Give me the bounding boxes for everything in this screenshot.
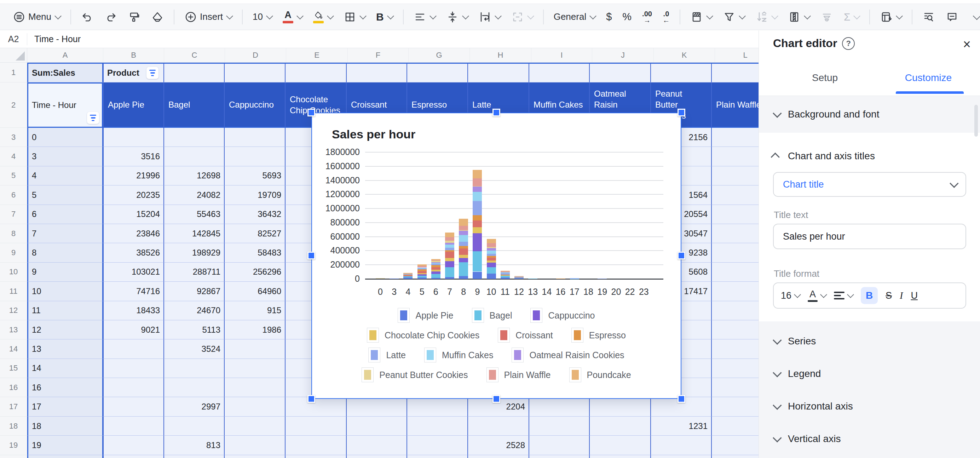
- cell-L3[interactable]: [711, 128, 759, 147]
- row-header-8[interactable]: 8: [0, 224, 27, 243]
- chart-resize-handle[interactable]: [307, 109, 315, 116]
- cell-A1[interactable]: Sum:Sales: [27, 63, 103, 83]
- redo-button[interactable]: [101, 8, 121, 26]
- title-font-size-selector[interactable]: 16: [781, 290, 800, 301]
- section-series[interactable]: Series: [759, 327, 980, 355]
- cell-L18[interactable]: [711, 417, 759, 436]
- borders-button[interactable]: [340, 8, 369, 26]
- cell-C16[interactable]: [164, 378, 224, 397]
- cell-C7[interactable]: 55463: [164, 205, 224, 224]
- section-vertical-axis[interactable]: Vertical axis: [759, 425, 980, 453]
- row-header-13[interactable]: 13: [0, 320, 27, 340]
- cell-L20[interactable]: [711, 455, 759, 458]
- cell-C12[interactable]: 24670: [164, 301, 224, 320]
- row-header-14[interactable]: 14: [0, 340, 27, 359]
- font-size-selector[interactable]: 10: [249, 8, 275, 25]
- cell-B5[interactable]: 21996: [103, 166, 164, 185]
- cell-B19[interactable]: [103, 436, 164, 455]
- cell-A20[interactable]: [27, 455, 103, 458]
- column-header-D[interactable]: D: [225, 48, 286, 62]
- cell-E1[interactable]: [285, 63, 346, 83]
- cell-C15[interactable]: [164, 359, 224, 378]
- column-header-H[interactable]: H: [470, 48, 531, 62]
- cell-D8[interactable]: 82527: [224, 224, 285, 243]
- cell-I20[interactable]: [528, 455, 589, 458]
- cell-L4[interactable]: [711, 147, 759, 166]
- close-icon[interactable]: ×: [963, 38, 971, 51]
- cell-D7[interactable]: 36432: [224, 205, 285, 224]
- text-color-button[interactable]: A: [279, 8, 306, 26]
- cell-C1[interactable]: [164, 63, 224, 83]
- tab-customize[interactable]: Customize: [905, 72, 952, 83]
- cell-G19[interactable]: [407, 436, 467, 455]
- row-header-6[interactable]: 6: [0, 185, 27, 204]
- cell-F19[interactable]: [346, 436, 407, 455]
- cell-K19[interactable]: [650, 436, 711, 455]
- cell-J20[interactable]: [589, 455, 650, 458]
- cell-A18[interactable]: 18: [27, 417, 103, 436]
- row-header-17[interactable]: 17: [0, 397, 27, 416]
- cell-E20[interactable]: [285, 455, 346, 458]
- find-replace-button[interactable]: [919, 8, 939, 26]
- increase-decimal-button[interactable]: .00→: [639, 8, 655, 26]
- cell-C19[interactable]: 813: [164, 436, 224, 455]
- cell-D13[interactable]: 1986: [224, 320, 285, 340]
- cell-A6[interactable]: 5: [27, 185, 103, 204]
- row-header-2[interactable]: 2: [0, 83, 27, 128]
- cell-D12[interactable]: 915: [224, 301, 285, 320]
- cell-C20[interactable]: [164, 455, 224, 458]
- row-header-19[interactable]: 19: [0, 436, 27, 455]
- cell-A7[interactable]: 6: [27, 205, 103, 224]
- cell-D18[interactable]: [224, 417, 285, 436]
- row-header-10[interactable]: 10: [0, 263, 27, 282]
- cell-C4[interactable]: [164, 147, 224, 166]
- formula-input[interactable]: Time - Hour: [27, 34, 81, 44]
- cell-B10[interactable]: 103021: [103, 263, 164, 282]
- cell-L6[interactable]: [711, 185, 759, 204]
- filter-icon[interactable]: [146, 67, 159, 79]
- cell-A3[interactable]: 0: [27, 128, 103, 147]
- cell-B6[interactable]: 20235: [103, 185, 164, 204]
- cell-D3[interactable]: [224, 128, 285, 147]
- text-wrap-button[interactable]: [475, 8, 504, 26]
- cell-L14[interactable]: [711, 340, 759, 359]
- row-header-1[interactable]: 1: [0, 63, 27, 83]
- cell-C14[interactable]: 3524: [164, 340, 224, 359]
- cell-L5[interactable]: [711, 166, 759, 185]
- cell-B2[interactable]: Apple Pie: [103, 83, 164, 128]
- horizontal-align-button[interactable]: [410, 8, 439, 26]
- row-header-11[interactable]: 11: [0, 282, 27, 301]
- cell-D6[interactable]: 19709: [224, 185, 285, 204]
- cell-A10[interactable]: 9: [27, 263, 103, 282]
- cell-A15[interactable]: 14: [27, 359, 103, 378]
- cell-B14[interactable]: [103, 340, 164, 359]
- comment-button[interactable]: [942, 8, 962, 26]
- cell-A13[interactable]: 12: [27, 320, 103, 340]
- sum-button[interactable]: Σ: [840, 8, 863, 26]
- title-text-input[interactable]: [773, 224, 966, 249]
- cell-B12[interactable]: 18433: [103, 301, 164, 320]
- chart-resize-handle[interactable]: [493, 109, 500, 116]
- cell-D20[interactable]: [224, 455, 285, 458]
- cell-D10[interactable]: 256296: [224, 263, 285, 282]
- cell-B17[interactable]: [103, 397, 164, 416]
- cell-G1[interactable]: [407, 63, 467, 83]
- cell-H1[interactable]: [467, 63, 528, 83]
- column-header-G[interactable]: G: [409, 48, 470, 62]
- fill-color-button[interactable]: [310, 8, 336, 26]
- percent-button[interactable]: %: [619, 8, 635, 26]
- cell-B7[interactable]: 15204: [103, 205, 164, 224]
- section-horizontal-axis[interactable]: Horizontal axis: [759, 392, 980, 420]
- cell-D4[interactable]: [224, 147, 285, 166]
- column-header-B[interactable]: B: [103, 48, 164, 62]
- title-italic-button[interactable]: I: [900, 290, 903, 301]
- chart-resize-handle[interactable]: [493, 395, 500, 403]
- cell-L12[interactable]: [711, 301, 759, 320]
- cell-B18[interactable]: [103, 417, 164, 436]
- cell-E18[interactable]: [285, 417, 346, 436]
- cell-L19[interactable]: [711, 436, 759, 455]
- bold-button[interactable]: B: [372, 8, 396, 26]
- cell-J19[interactable]: [589, 436, 650, 455]
- cell-B15[interactable]: [103, 359, 164, 378]
- row-header-16[interactable]: 16: [0, 378, 27, 397]
